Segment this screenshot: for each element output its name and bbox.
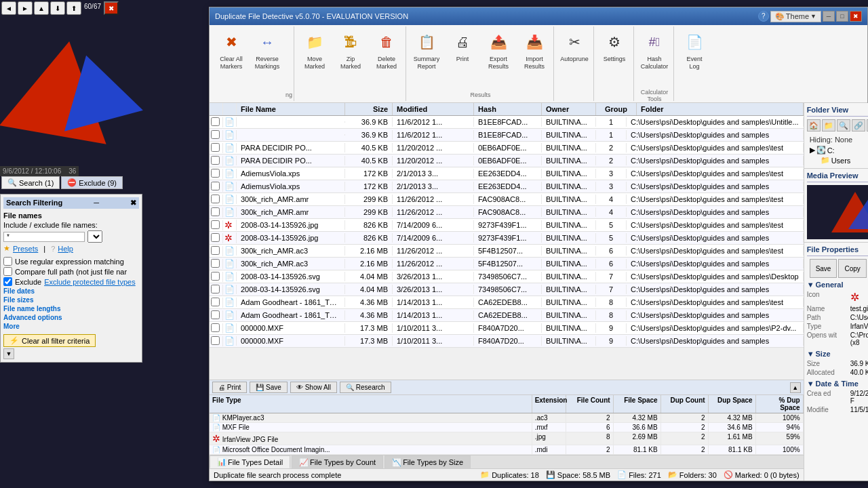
row-check[interactable] (210, 207, 223, 218)
scroll-down[interactable]: ▼ (3, 348, 14, 359)
print-ft-btn[interactable]: 🖨 Print (212, 382, 247, 393)
hash-calculator-btn[interactable]: #⃣ HashCalculator (637, 28, 672, 89)
row-check[interactable] (210, 323, 223, 333)
clear-filter-btn[interactable]: ⚡ Clear all filter criteria (3, 334, 96, 347)
table-row[interactable]: 📄 2008-03-14-135926.svg 4.04 MB 3/26/201… (210, 283, 804, 296)
row-check[interactable] (210, 130, 223, 140)
th-hash[interactable]: Hash (474, 103, 542, 115)
row-check[interactable] (210, 246, 223, 256)
file-name-lengths-title[interactable]: File name lengths (3, 305, 139, 312)
table-row[interactable]: 📄 36.9 KB 11/6/2012 1... B1EE8FCAD... BU… (210, 129, 804, 142)
table-row[interactable]: 📄 300k_rich_AMR.ac3 2.16 MB 11/26/2012 .… (210, 245, 804, 258)
advanced-title[interactable]: Advanced options (3, 314, 139, 321)
table-row[interactable]: 📄 36.9 KB 11/6/2012 1... B1EE8FCAD... BU… (210, 116, 804, 129)
protected-link[interactable]: Exclude protected file types (44, 278, 136, 286)
row-check[interactable] (210, 156, 223, 166)
delete-marked-btn[interactable]: 🗑 DeleteMarked (369, 28, 404, 89)
table-row[interactable]: 📄 300k_rich_AMR.amr 299 KB 11/26/2012 ..… (210, 193, 804, 206)
search-tab[interactable]: 🔍 Search (1) (1, 176, 60, 189)
tab-file-types-count[interactable]: 📈 File Types by Count (292, 455, 383, 468)
row-check[interactable] (210, 233, 223, 243)
print-btn[interactable]: 🖨 Print (445, 28, 480, 89)
copy-btn[interactable]: Copy (838, 259, 866, 278)
ft-row[interactable]: 📄 KMPlayer.ac3 .ac3 2 4.32 MB 2 4.32 MB … (210, 413, 804, 423)
save-ft-btn[interactable]: 💾 Save (250, 382, 288, 393)
clear-all-btn[interactable]: ✖ Clear AllMarkers (214, 28, 249, 89)
table-row[interactable]: ✲ 2008-03-14-135926.jpg 826 KB 7/14/2009… (210, 232, 804, 245)
table-row[interactable]: 📄 300k_rich_AMR.ac3 2.16 MB 11/26/2012 .… (210, 258, 804, 270)
th-group[interactable]: Group (596, 103, 637, 115)
exclude-protected-checkbox[interactable] (3, 277, 12, 286)
table-row[interactable]: 📄 Adam Goodheart - 1861_The... 4.36 MB 1… (210, 309, 804, 322)
import-results-btn[interactable]: 📥 ImportResults (517, 28, 552, 89)
reverse-markings-btn[interactable]: ↔ ReverseMarkings (250, 28, 285, 89)
th-owner[interactable]: Owner (542, 103, 596, 115)
row-check[interactable] (210, 272, 223, 282)
row-check[interactable] (210, 259, 223, 269)
research-btn[interactable]: 🔍 Research (340, 382, 391, 393)
th-filename[interactable]: File Name (237, 103, 345, 115)
tab-file-types-detail[interactable]: 📊 File Types Detail (210, 455, 290, 468)
panel-close-btn[interactable]: ✖ (130, 199, 136, 207)
row-check[interactable] (210, 195, 223, 205)
nav-download-btn[interactable]: ⬇ (50, 1, 65, 15)
close-btn[interactable]: ✖ (850, 11, 862, 22)
row-check[interactable] (210, 220, 223, 230)
table-row[interactable]: ✲ 2008-03-14-135926.jpg 826 KB 7/14/2009… (210, 219, 804, 232)
tree-btn-3[interactable]: 🔍 (837, 119, 850, 131)
ft-row[interactable]: 📄 Microsoft Office Document Imagin... .m… (210, 445, 804, 455)
summary-report-btn[interactable]: 📋 SummaryReport (409, 28, 444, 89)
table-row[interactable]: 📄 000000.MXF 17.3 MB 1/10/2011 3... F840… (210, 335, 804, 348)
th-folder[interactable]: Folder (637, 103, 804, 115)
nav-close-btn[interactable]: ✖ (104, 1, 119, 15)
file-dates-title[interactable]: File dates (3, 287, 139, 295)
minimize-btn[interactable]: ─ (823, 11, 835, 22)
help-btn[interactable]: ? (758, 11, 769, 22)
row-check[interactable] (210, 117, 223, 127)
table-row[interactable]: 📄 AdiemusViola.xps 172 KB 2/1/2013 3... … (210, 180, 804, 193)
tab-file-types-size[interactable]: 📉 File Types by Size (384, 455, 471, 468)
theme-btn[interactable]: 🎨 Theme ▼ (770, 11, 821, 22)
th-size[interactable]: Size (345, 103, 393, 115)
tree-btn-1[interactable]: 🏠 (807, 119, 821, 131)
maximize-btn[interactable]: □ (836, 11, 848, 22)
row-check[interactable] (210, 298, 223, 308)
settings-btn[interactable]: ⚙ Settings (597, 28, 632, 89)
row-check[interactable] (210, 285, 223, 295)
row-check[interactable] (210, 336, 223, 346)
file-sizes-title[interactable]: File sizes (3, 296, 139, 304)
more-title[interactable]: More (3, 323, 139, 330)
event-log-btn[interactable]: 📄 EventLog (677, 28, 712, 89)
table-row[interactable]: 📄 PARA DECIDIR PO... 40.5 KB 11/20/2012 … (210, 155, 804, 167)
fullpath-checkbox[interactable] (3, 267, 12, 276)
row-check[interactable] (210, 182, 223, 192)
nav-upload-btn[interactable]: ⬆ (66, 1, 81, 15)
row-check[interactable] (210, 169, 223, 179)
ft-row[interactable]: ✲ IrfanView JPG File .jpg 8 2.69 MB 2 1.… (210, 432, 804, 445)
row-check[interactable] (210, 143, 223, 153)
scroll-up-bottom[interactable]: ▲ (790, 382, 801, 393)
ft-row[interactable]: 📄 MXF File .mxf 6 36.6 MB 2 34.6 MB 94% (210, 423, 804, 432)
regex-checkbox[interactable] (3, 257, 12, 266)
nav-fwd-btn[interactable]: ► (18, 1, 33, 15)
export-results-btn[interactable]: 📤 ExportResults (481, 28, 516, 89)
table-row[interactable]: 📄 AdiemusViola.xps 172 KB 2/1/2013 3... … (210, 167, 804, 180)
table-row[interactable]: 📄 000000.MXF 17.3 MB 1/10/2011 3... F840… (210, 322, 804, 335)
th-modified[interactable]: Modified (393, 103, 474, 115)
save-btn[interactable]: Save (810, 259, 837, 278)
table-row[interactable]: 📄 Adam Goodheart - 1861_The... 4.36 MB 1… (210, 296, 804, 309)
tree-btn-2[interactable]: 📁 (822, 119, 835, 131)
tree-btn-4[interactable]: 🔗 (852, 119, 865, 131)
row-check[interactable] (210, 310, 223, 321)
table-row[interactable]: 📄 2008-03-14-135926.svg 4.04 MB 3/26/201… (210, 270, 804, 283)
help-link[interactable]: Help (58, 245, 73, 253)
move-marked-btn[interactable]: 📁 MoveMarked (297, 28, 332, 89)
nav-up-btn[interactable]: ▲ (34, 1, 49, 15)
zip-marked-btn[interactable]: 🗜 ZipMarked (333, 28, 368, 89)
panel-minimize[interactable]: ─ (94, 199, 99, 207)
table-row[interactable]: 📄 300k_rich_AMR.amr 299 KB 11/26/2012 ..… (210, 206, 804, 219)
tree-item-users[interactable]: 📁 Users (807, 155, 868, 165)
tree-item-c[interactable]: ▶ 💽 C: (807, 145, 868, 155)
nav-back-btn[interactable]: ◄ (1, 1, 16, 15)
presets-link[interactable]: Presets (13, 245, 38, 253)
